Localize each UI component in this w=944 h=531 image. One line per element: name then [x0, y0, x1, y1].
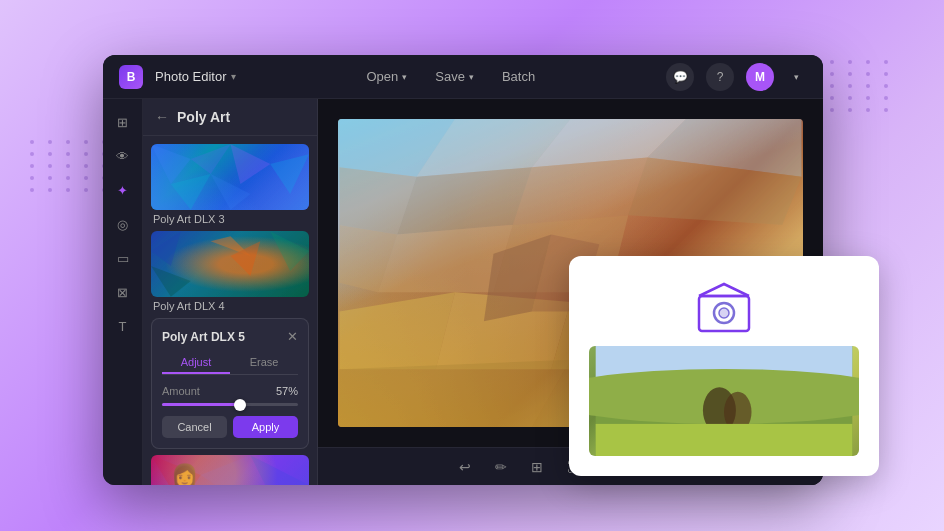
- app-logo: B: [119, 65, 143, 89]
- effects-list: Poly Art DLX 3 Poly Art DLX 4: [143, 136, 317, 485]
- back-button[interactable]: ←: [155, 109, 169, 125]
- effect-thumbnail-dlx6: 👩: [151, 455, 309, 485]
- svg-marker-3: [171, 174, 211, 210]
- svg-marker-1: [191, 144, 231, 174]
- effect-panel-dlx5: Poly Art DLX 5 ✕ Adjust Erase Amount 57%: [151, 318, 309, 449]
- sidebar-header: ← Poly Art: [143, 99, 317, 136]
- text-tool[interactable]: T: [108, 311, 138, 341]
- preview-photo-area: [589, 346, 859, 456]
- batch-export-icon: [684, 276, 764, 336]
- open-chevron-icon: ▾: [402, 72, 407, 82]
- title-chevron-icon: ▾: [231, 71, 236, 82]
- svg-marker-2: [230, 144, 270, 184]
- effect-thumbnail-dlx3: [151, 144, 309, 210]
- effects-sidebar: ← Poly Art: [143, 99, 318, 485]
- svg-marker-10: [270, 231, 309, 271]
- svg-marker-26: [340, 292, 456, 369]
- user-menu-button[interactable]: ▾: [786, 68, 807, 86]
- effect-label-dlx4: Poly Art DLX 4: [151, 300, 309, 312]
- undo-button[interactable]: ↩: [455, 455, 475, 479]
- svg-marker-21: [513, 158, 648, 225]
- svg-rect-43: [596, 424, 853, 456]
- tab-erase[interactable]: Erase: [230, 352, 298, 374]
- edit-button[interactable]: ✏: [491, 455, 511, 479]
- svg-marker-13: [250, 455, 309, 485]
- user-avatar[interactable]: M: [746, 63, 774, 91]
- amount-slider[interactable]: [162, 403, 298, 406]
- svg-point-37: [719, 308, 729, 318]
- effects-tool[interactable]: ✦: [108, 175, 138, 205]
- amount-value: 57%: [276, 385, 298, 397]
- layers-tool[interactable]: ⊞: [108, 107, 138, 137]
- grid-view-button[interactable]: ⊞: [527, 455, 547, 479]
- panel-buttons: Cancel Apply: [162, 416, 298, 438]
- title-bar: B Photo Editor ▾ Open ▾ Save ▾ Batch 💬 ?…: [103, 55, 823, 99]
- amount-label: Amount: [162, 385, 200, 397]
- panel-title: Poly Art DLX 5: [162, 330, 245, 344]
- svg-marker-30: [340, 360, 571, 427]
- save-button[interactable]: Save ▾: [427, 65, 482, 88]
- left-toolbar: ⊞ 👁 ✦ ◎ ▭ ⊠ T: [103, 99, 143, 485]
- export-icon-container: [684, 276, 764, 336]
- svg-marker-5: [270, 154, 309, 194]
- preview-photo: [589, 346, 859, 456]
- svg-marker-20: [397, 167, 532, 234]
- sidebar-title: Poly Art: [177, 109, 230, 125]
- panel-tabs: Adjust Erase: [162, 352, 298, 375]
- svg-marker-9: [151, 266, 191, 297]
- tab-adjust[interactable]: Adjust: [162, 352, 230, 374]
- crop-tool[interactable]: ▭: [108, 243, 138, 273]
- open-button[interactable]: Open ▾: [358, 65, 415, 88]
- svg-marker-11: [151, 455, 201, 485]
- help-button[interactable]: ?: [706, 63, 734, 91]
- effect-item-dlx3[interactable]: Poly Art DLX 3: [151, 144, 309, 225]
- effect-label-dlx3: Poly Art DLX 3: [151, 213, 309, 225]
- amount-row: Amount 57%: [162, 385, 298, 397]
- apply-button[interactable]: Apply: [233, 416, 298, 438]
- app-title[interactable]: Photo Editor ▾: [155, 69, 236, 84]
- save-chevron-icon: ▾: [469, 72, 474, 82]
- panel-close-button[interactable]: ✕: [287, 329, 298, 344]
- visibility-tool[interactable]: 👁: [108, 141, 138, 171]
- cancel-button[interactable]: Cancel: [162, 416, 227, 438]
- batch-button[interactable]: Batch: [494, 65, 543, 88]
- svg-marker-12: [201, 455, 251, 485]
- target-tool[interactable]: ◎: [108, 209, 138, 239]
- grid-tool[interactable]: ⊠: [108, 277, 138, 307]
- chat-button[interactable]: 💬: [666, 63, 694, 91]
- effect-thumbnail-dlx4: [151, 231, 309, 297]
- effect-item-dlx4[interactable]: Poly Art DLX 4: [151, 231, 309, 312]
- preview-card: [569, 256, 879, 476]
- svg-marker-0: [151, 144, 191, 184]
- effect-item-dlx6[interactable]: 👩 Poly Art DLX 6: [151, 455, 309, 485]
- svg-marker-6: [151, 231, 181, 266]
- panel-header: Poly Art DLX 5 ✕: [162, 329, 298, 344]
